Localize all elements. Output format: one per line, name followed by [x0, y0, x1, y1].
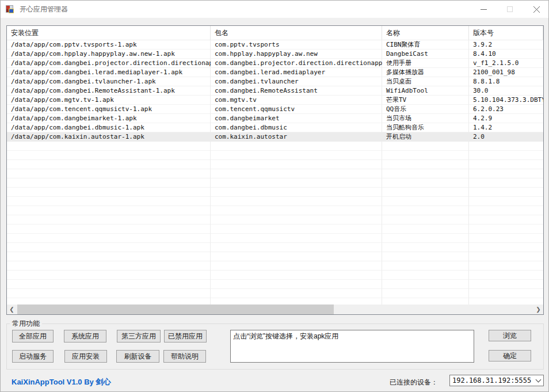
window-controls [470, 1, 549, 18]
table-cell: com.dangbei.tvlauncher [211, 77, 382, 86]
table-cell: QQ音乐 [382, 105, 469, 114]
install-app-button[interactable]: 应用安装 [64, 350, 107, 363]
connected-device-label: 已连接的设备： [390, 378, 438, 387]
table-cell: /data/app/com.mgtv.tv-1.apk [7, 96, 211, 105]
list-header: 安装位置 包名 名称 版本号 [7, 26, 543, 40]
table-cell: /data/app/com.dangbei.projector.directio… [7, 59, 211, 68]
table-cell: 开机启动 [382, 132, 469, 142]
apk-path-textbox[interactable]: 点击“浏览”按键选择，安装apk应用 [230, 330, 474, 363]
table-cell: 30.0 [469, 86, 543, 96]
table-row[interactable]: /data/app/com.tencent.qqmusictv-1.apkcom… [7, 105, 543, 114]
table-cell: /data/app/com.tencent.qqmusictv-1.apk [7, 105, 211, 114]
table-cell: com.dangbei.lerad.mediaplayer [211, 68, 382, 77]
table-cell: 5.10.104.373.3.DBTY_1 [469, 96, 543, 105]
table-row[interactable]: /data/app/com.dangbei.dbmusic-1.apkcom.d… [7, 123, 543, 132]
list-body: /data/app/com.pptv.tvsports-1.apkcom.ppt… [7, 40, 543, 305]
table-cell: v_f1_2.1.5.0 [469, 59, 543, 68]
close-icon[interactable] [523, 1, 549, 18]
system-apps-button[interactable]: 系统应用 [64, 330, 106, 342]
table-row[interactable]: /data/app/com.pptv.tvsports-1.apkcom.ppt… [7, 40, 543, 50]
table-row[interactable]: /data/app/com.mgtv.tv-1.apkcom.mgtv.tv芒果… [7, 96, 543, 105]
app-version-text: KaiXinAppTool V1.0 By 剑心 [12, 377, 110, 387]
maximize-icon[interactable] [497, 1, 523, 18]
table-row[interactable]: /data/app/com.dangbei.tvlauncher-1.apkco… [7, 77, 543, 86]
table-cell: com.pptv.tvsports [211, 40, 382, 50]
disabled-apps-button[interactable]: 已禁用应用 [164, 330, 207, 342]
groupbox-label: 常用功能 [10, 319, 42, 329]
table-cell: /data/app/com.pptv.tvsports-1.apk [7, 40, 211, 50]
table-row[interactable]: /data/app/com.dangbei.RemoteAssistant-1.… [7, 86, 543, 96]
table-cell: 当贝桌面 [382, 77, 469, 86]
table-cell: 6.2.0.23 [469, 105, 543, 114]
table-cell: com.dangbei.dbmusic [211, 123, 382, 132]
app-list: 安装位置 包名 名称 版本号 /data/app/com.pptv.tvspor… [6, 25, 544, 315]
table-cell: CIBN聚体育 [382, 40, 469, 50]
device-combobox[interactable]: 192.168.31.192:5555 [449, 375, 544, 386]
table-cell: /data/app/com.dangbei.tvlauncher-1.apk [7, 77, 211, 86]
refresh-device-button[interactable]: 刷新设备 [116, 350, 159, 363]
chevron-down-icon [533, 375, 543, 386]
scroll-left-icon[interactable]: ❮ [7, 305, 17, 314]
browse-button[interactable]: 浏览 [489, 330, 531, 341]
table-cell: 4.2.9 [469, 114, 543, 123]
table-cell: /data/app/com.dangbei.dbmusic-1.apk [7, 123, 211, 132]
table-cell: 使用手册 [382, 59, 469, 68]
table-cell: 芒果TV [382, 96, 469, 105]
table-cell: 多媒体播放器 [382, 68, 469, 77]
table-cell: /data/app/com.hpplay.happyplay.aw.new-1.… [7, 50, 211, 59]
app-window: { "window": { "title": "开心应用管理器" }, "tab… [0, 0, 549, 392]
table-cell: /data/app/com.dangbeimarket-1.apk [7, 114, 211, 123]
window-title: 开心应用管理器 [20, 5, 68, 14]
third-party-apps-button[interactable]: 第三方应用 [117, 330, 161, 342]
table-cell: 3.9.2 [469, 40, 543, 50]
table-cell: WifiAdbTool [382, 86, 469, 96]
table-cell: /data/app/com.dangbei.lerad.mediaplayer-… [7, 68, 211, 77]
table-cell: com.dangbeimarket [211, 114, 382, 123]
column-header-install-path[interactable]: 安装位置 [7, 26, 211, 40]
table-cell: 1.4.2 [469, 123, 543, 132]
table-row[interactable]: /data/app/com.dangbei.projector.directio… [7, 59, 543, 68]
table-cell: com.hpplay.happyplay.aw.new [211, 50, 382, 59]
horizontal-scrollbar[interactable]: ❮ ❯ [7, 305, 543, 314]
all-apps-button[interactable]: 全部应用 [12, 330, 54, 342]
table-cell: /data/app/com.dangbei.RemoteAssistant-1.… [7, 86, 211, 96]
title-bar: 开心应用管理器 [1, 1, 549, 18]
start-service-button[interactable]: 启动服务 [12, 350, 54, 363]
table-row[interactable]: /data/app/com.dangbei.lerad.mediaplayer-… [7, 68, 543, 77]
column-header-version[interactable]: 版本号 [469, 26, 543, 40]
table-row[interactable]: /data/app/com.kaixin.autostar-1.apkcom.k… [7, 132, 543, 142]
table-cell: 8.8.1.8 [469, 77, 543, 86]
table-cell: /data/app/com.kaixin.autostar-1.apk [7, 132, 211, 142]
table-cell: com.tencent.qqmusictv [211, 105, 382, 114]
column-header-name[interactable]: 名称 [382, 26, 469, 40]
table-cell: com.dangbei.RemoteAssistant [211, 86, 382, 96]
scrollbar-thumb[interactable] [17, 305, 334, 314]
ok-button[interactable]: 确定 [489, 350, 531, 361]
table-row[interactable]: /data/app/com.dangbeimarket-1.apkcom.dan… [7, 114, 543, 123]
help-button[interactable]: 帮助说明 [163, 350, 206, 363]
column-header-package[interactable]: 包名 [211, 26, 382, 40]
minimize-icon[interactable] [470, 1, 497, 18]
table-cell: com.dangbei.projector.direction.directio… [211, 59, 382, 68]
table-cell: 2100_001_98 [469, 68, 543, 77]
table-cell: com.kaixin.autostar [211, 132, 382, 142]
table-cell: DangbeiCast [382, 50, 469, 59]
device-address: 192.168.31.192:5555 [450, 376, 533, 385]
table-row[interactable]: /data/app/com.hpplay.happyplay.aw.new-1.… [7, 50, 543, 59]
table-cell: 当贝酷狗音乐 [382, 123, 469, 132]
table-cell: 8.4.10 [469, 50, 543, 59]
app-icon [6, 5, 15, 14]
table-cell: 当贝市场 [382, 114, 469, 123]
table-cell: 2.0 [469, 132, 543, 142]
table-cell: com.mgtv.tv [211, 96, 382, 105]
scroll-right-icon[interactable]: ❯ [533, 305, 543, 314]
